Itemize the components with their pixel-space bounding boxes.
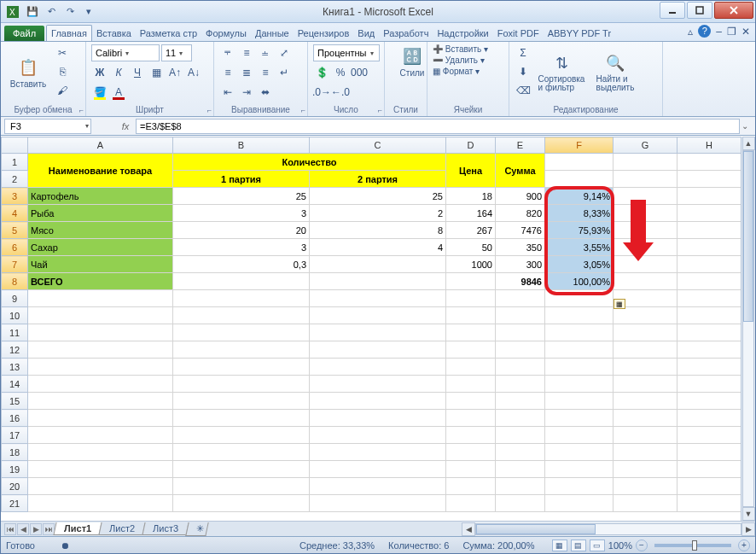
zoom-out-button[interactable]: − (636, 539, 648, 551)
decrease-decimal-button[interactable]: ←.0 (332, 84, 349, 101)
cell[interactable]: 75,93% (545, 222, 614, 239)
name-box[interactable]: F3▾ (4, 119, 91, 134)
cell[interactable] (446, 307, 496, 324)
cell[interactable] (310, 307, 446, 324)
cell[interactable]: 2 (310, 205, 446, 222)
cell[interactable] (496, 393, 545, 410)
row-header[interactable]: 12 (2, 341, 28, 359)
cell[interactable] (545, 444, 614, 461)
cell[interactable] (28, 478, 173, 495)
cell[interactable] (614, 256, 677, 273)
sheet-tab-2[interactable]: Лист2 (99, 522, 146, 535)
cell[interactable] (28, 307, 173, 324)
col-header-h[interactable]: H (677, 137, 741, 154)
cell[interactable] (173, 427, 310, 444)
fill-button[interactable]: ⬇ (515, 63, 532, 80)
row-header[interactable]: 8 (2, 273, 28, 290)
sheet-nav-next-icon[interactable]: ▶ (30, 523, 42, 535)
cell[interactable] (677, 341, 741, 359)
cell[interactable] (614, 188, 677, 205)
cell[interactable] (614, 478, 677, 495)
formula-input[interactable]: =E3/$E$8 (136, 119, 740, 134)
cell[interactable] (614, 239, 677, 256)
tab-home[interactable]: Главная (46, 25, 92, 41)
cell[interactable] (310, 341, 446, 359)
cell[interactable] (677, 171, 741, 188)
tab-data[interactable]: Данные (251, 26, 294, 41)
file-tab[interactable]: Файл (4, 26, 44, 41)
cell[interactable] (677, 393, 741, 410)
select-all-cell[interactable] (2, 137, 28, 154)
merge-button[interactable]: ⬌ (257, 84, 274, 101)
sort-filter-button[interactable]: ⇅ Сортировка и фильтр (535, 44, 588, 99)
clear-button[interactable]: ⌫ (515, 82, 532, 99)
view-pagebreak-button[interactable]: ▭ (590, 539, 605, 551)
cell[interactable] (545, 478, 614, 495)
cell[interactable] (545, 324, 614, 341)
cut-button[interactable]: ✂ (54, 44, 71, 61)
delete-cells-button[interactable]: ➖ Удалить ▾ (433, 55, 485, 65)
row-header[interactable]: 7 (2, 256, 28, 273)
cell[interactable] (614, 393, 677, 410)
wrap-text-button[interactable]: ↵ (276, 64, 293, 81)
cell[interactable]: Цена (446, 154, 496, 188)
cell[interactable] (310, 256, 446, 273)
cell[interactable] (677, 290, 741, 307)
maximize-button[interactable] (687, 2, 712, 19)
cell[interactable] (545, 154, 614, 171)
cell[interactable] (677, 461, 741, 478)
cell[interactable] (310, 393, 446, 410)
increase-indent-button[interactable]: ⇥ (238, 84, 255, 101)
cell[interactable] (545, 359, 614, 376)
cell[interactable] (173, 273, 310, 290)
cell[interactable] (446, 495, 496, 512)
cell[interactable] (677, 478, 741, 495)
cell[interactable] (310, 444, 446, 461)
cell[interactable] (310, 461, 446, 478)
cell[interactable] (677, 307, 741, 324)
find-select-button[interactable]: 🔍 Найти и выделить (591, 44, 639, 99)
cell[interactable] (310, 359, 446, 376)
cell[interactable] (496, 495, 545, 512)
cell[interactable] (545, 307, 614, 324)
comma-button[interactable]: 000 (351, 64, 368, 81)
cell[interactable]: Сахар (28, 239, 173, 256)
cell[interactable] (496, 341, 545, 359)
align-middle-button[interactable]: ≡ (238, 44, 255, 61)
cell[interactable] (446, 410, 496, 427)
cell[interactable]: 9846 (496, 273, 545, 290)
cell[interactable]: 164 (446, 205, 496, 222)
number-format-combo[interactable]: Процентны▾ (313, 44, 380, 61)
row-header[interactable]: 21 (2, 495, 28, 512)
cell[interactable] (614, 222, 677, 239)
cell[interactable]: 300 (496, 256, 545, 273)
scroll-right-icon[interactable]: ▶ (741, 522, 755, 536)
row-header[interactable]: 1 (2, 154, 28, 171)
view-normal-button[interactable]: ▦ (552, 539, 567, 551)
cell[interactable] (28, 495, 173, 512)
cell[interactable] (173, 290, 310, 307)
doc-restore-icon[interactable]: ❐ (727, 26, 736, 38)
sheet-tab-3[interactable]: Лист3 (142, 522, 189, 535)
cell[interactable] (496, 444, 545, 461)
cell[interactable] (545, 427, 614, 444)
cell[interactable]: 7476 (496, 222, 545, 239)
cell[interactable] (28, 359, 173, 376)
cell[interactable]: 2 партия (310, 171, 446, 188)
cell[interactable] (310, 495, 446, 512)
col-header-e[interactable]: E (496, 137, 545, 154)
fx-icon[interactable]: fx (117, 119, 134, 134)
undo-button[interactable]: ↶ (44, 4, 59, 20)
cell[interactable]: 4 (310, 239, 446, 256)
cell[interactable] (28, 427, 173, 444)
row-header[interactable]: 5 (2, 222, 28, 239)
cell[interactable] (614, 205, 677, 222)
cell[interactable] (310, 290, 446, 307)
row-header[interactable]: 18 (2, 444, 28, 461)
cell[interactable] (677, 239, 741, 256)
row-header[interactable]: 10 (2, 307, 28, 324)
cell[interactable] (496, 376, 545, 393)
align-top-button[interactable]: ⫧ (219, 44, 236, 61)
cell[interactable]: Количество (173, 154, 446, 171)
cell[interactable] (446, 341, 496, 359)
